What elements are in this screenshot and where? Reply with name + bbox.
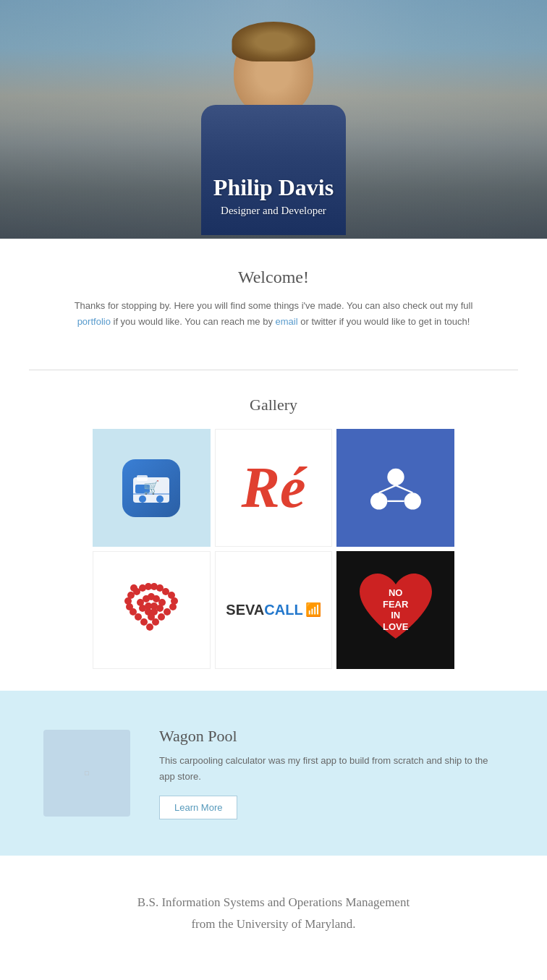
featured-title: Wagon Pool [159,727,504,746]
svg-point-19 [130,584,137,592]
heart-dots-svg [108,566,195,653]
featured-section: □ Wagon Pool This carpooling calculator … [0,691,547,856]
gallery-item-re[interactable]: Ré [215,429,333,547]
hero-name: Philip Davis [213,174,334,201]
hero-text: Philip Davis Designer and Developer [213,174,334,217]
svg-point-31 [158,613,165,621]
education-section: B.S. Information Systems and Operations … [0,856,547,965]
featured-description: This carpooling calculator was my first … [159,753,504,785]
svg-line-11 [396,485,412,493]
svg-point-25 [169,603,177,610]
wagon-app-icon: 🛒 [122,459,180,517]
experience-section: Deloitte Consulting Sept. 2012 - Present… [0,965,547,980]
hero-person-hair [232,22,315,61]
portfolio-link[interactable]: portfolio [77,316,111,327]
gallery-item-sevacall[interactable]: SEVA CALL 📶 [215,551,333,669]
nofear-container: NO FEAR IN LOVE [336,551,454,669]
call-text: CALL [264,602,302,618]
svg-line-10 [378,485,395,493]
welcome-text-middle: if you would like. You can reach me by [111,316,276,327]
svg-point-9 [404,493,420,509]
svg-point-27 [135,613,142,621]
welcome-text-before: Thanks for stopping by. Here you will fi… [75,300,473,311]
hero-section: Philip Davis Designer and Developer [0,0,547,239]
svg-text:🛒: 🛒 [143,480,160,495]
seva-text: SEVA [226,602,264,618]
gallery-item-nofear[interactable]: NO FEAR IN LOVE [336,551,454,669]
gallery-item-heart[interactable] [93,551,211,669]
network-dots-svg [367,463,425,514]
email-link[interactable]: email [276,316,298,327]
school-text: from the University of Maryland. [191,917,355,931]
svg-point-29 [146,623,153,631]
wifi-icon: 📶 [305,602,321,618]
education-text: B.S. Information Systems and Operations … [58,892,489,936]
gallery-grid: 🛒 Ré [93,429,454,668]
svg-point-44 [148,613,155,621]
re-logo-text: Ré [242,455,306,521]
hero-subtitle: Designer and Developer [213,205,334,217]
featured-app-image: □ [43,730,130,817]
svg-point-32 [164,608,171,615]
welcome-section: Welcome! Thanks for stopping by. Here yo… [0,239,547,351]
gallery-title: Gallery [43,396,504,414]
gallery-item-network[interactable] [336,429,454,547]
nofear-text: NO FEAR IN LOVE [383,587,408,632]
svg-point-28 [140,618,148,626]
gallery-item-wagon[interactable]: 🛒 [93,429,211,547]
svg-point-7 [387,468,404,485]
section-divider [29,370,518,370]
svg-point-2 [139,495,146,503]
welcome-title: Welcome! [58,268,489,287]
featured-content: Wagon Pool This carpooling calculator wa… [159,727,504,819]
sevacall-logo: SEVA CALL 📶 [226,602,321,618]
welcome-text: Thanks for stopping by. Here you will fi… [58,298,489,330]
welcome-text-or: or twitter if you would like to get in t… [298,316,470,327]
svg-point-8 [370,493,387,509]
gallery-section: Gallery 🛒 Ré [0,388,547,690]
learn-more-button[interactable]: Learn More [159,796,237,819]
svg-point-3 [156,495,164,503]
degree-text: B.S. Information Systems and Operations … [137,895,410,909]
broken-image-icon: □ [85,770,88,777]
